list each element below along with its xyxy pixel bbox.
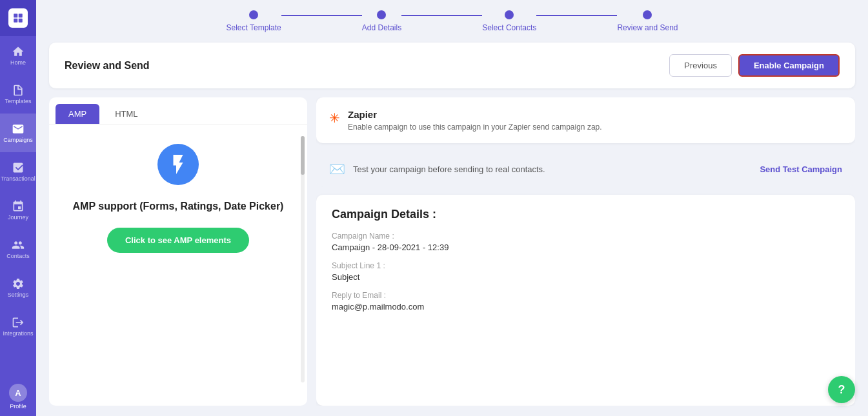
sidebar-label-templates: Templates	[5, 99, 31, 104]
left-panel: AMP HTML AMP support (Forms, Ratings, Da…	[49, 97, 307, 406]
zapier-icon: ✳	[329, 110, 340, 126]
svg-rect-2	[14, 19, 17, 23]
sidebar: Home Templates Campaigns Transactional J…	[0, 0, 36, 416]
step-add-details: Add Details	[362, 10, 401, 32]
sidebar-item-contacts[interactable]: Contacts	[0, 230, 36, 268]
stepper: Select Template Add Details Select Conta…	[49, 10, 855, 32]
step-line-1	[281, 15, 362, 16]
step-select-template: Select Template	[227, 10, 281, 32]
content-area: AMP HTML AMP support (Forms, Ratings, Da…	[49, 97, 855, 406]
sidebar-item-settings[interactable]: Settings	[0, 268, 36, 307]
step-label-3: Select Contacts	[482, 23, 536, 32]
scrollbar-thumb	[301, 136, 305, 175]
zapier-title: Zapier	[348, 109, 602, 120]
test-campaign-card: ✉️ Test your campaign before sending to …	[316, 151, 855, 187]
sidebar-item-home[interactable]: Home	[0, 36, 36, 75]
envelope-icon: ✉️	[329, 161, 345, 177]
campaign-details-card: Campaign Details : Campaign Name : Campa…	[316, 195, 855, 406]
amp-title: AMP support (Forms, Ratings, Date Picker…	[73, 201, 284, 212]
amp-elements-button[interactable]: Click to see AMP elements	[107, 228, 249, 253]
main-content: Select Template Add Details Select Conta…	[36, 0, 868, 416]
zapier-card: ✳ Zapier Enable campaign to use this cam…	[316, 97, 855, 143]
right-panel: ✳ Zapier Enable campaign to use this cam…	[316, 97, 855, 406]
reply-email-label: Reply to Email :	[332, 291, 840, 300]
campaign-name-label: Campaign Name :	[332, 232, 840, 241]
amp-panel-content: AMP support (Forms, Ratings, Date Picker…	[49, 124, 307, 406]
zapier-info: Zapier Enable campaign to use this campa…	[348, 109, 602, 132]
previous-button[interactable]: Previous	[669, 54, 732, 77]
sidebar-label-transactional: Transactional	[1, 176, 35, 182]
subject-line-value: Subject	[332, 272, 840, 282]
sidebar-avatar[interactable]: A Profile	[0, 377, 36, 416]
scrollbar[interactable]	[301, 136, 305, 382]
sidebar-logo[interactable]	[0, 0, 36, 36]
sidebar-label-contacts: Contacts	[6, 253, 30, 259]
logo-mark	[8, 8, 28, 28]
page-title: Review and Send	[65, 60, 150, 72]
enable-campaign-button[interactable]: Enable Campaign	[738, 54, 840, 77]
step-label-1: Select Template	[227, 23, 281, 32]
page-header-card: Review and Send Previous Enable Campaign	[49, 43, 855, 88]
amp-lightning-icon	[157, 144, 199, 185]
step-review-send: Review and Send	[617, 10, 678, 32]
svg-rect-3	[19, 19, 23, 23]
test-campaign-text: Test your campaign before sending to rea…	[353, 164, 545, 174]
sidebar-item-campaigns[interactable]: Campaigns	[0, 114, 36, 152]
reply-email-value: magic@p.mailmodo.com	[332, 302, 840, 312]
sidebar-label-campaigns: Campaigns	[3, 137, 33, 143]
step-line-3	[536, 15, 617, 16]
tab-bar: AMP HTML	[49, 97, 307, 124]
step-label-4: Review and Send	[617, 23, 678, 32]
step-circle-4	[643, 10, 652, 19]
sidebar-item-journey[interactable]: Journey	[0, 191, 36, 230]
svg-rect-0	[14, 14, 17, 17]
tab-html[interactable]: HTML	[102, 104, 150, 124]
test-card-left: ✉️ Test your campaign before sending to …	[329, 161, 545, 177]
step-circle-3	[505, 10, 514, 19]
campaign-name-value: Campaign - 28-09-2021 - 12:39	[332, 243, 840, 252]
sidebar-item-integrations[interactable]: Integrations	[0, 307, 36, 346]
subject-line-label: Subject Line 1 :	[332, 261, 840, 270]
campaign-details-title: Campaign Details :	[332, 208, 840, 221]
sidebar-item-templates[interactable]: Templates	[0, 75, 36, 114]
sidebar-label-settings: Settings	[8, 292, 29, 298]
sidebar-label-home: Home	[10, 60, 26, 66]
avatar-label: Profile	[10, 404, 26, 410]
page-actions: Previous Enable Campaign	[669, 54, 840, 77]
send-test-button[interactable]: Send Test Campaign	[760, 164, 842, 174]
sidebar-label-journey: Journey	[8, 215, 28, 221]
tab-amp[interactable]: AMP	[56, 104, 99, 124]
sidebar-item-transactional[interactable]: Transactional	[0, 152, 36, 191]
step-select-contacts: Select Contacts	[482, 10, 536, 32]
stepper-inner: Select Template Add Details Select Conta…	[227, 10, 678, 32]
step-circle-1	[249, 10, 258, 19]
step-line-2	[401, 15, 482, 16]
svg-rect-1	[19, 14, 23, 17]
sidebar-label-integrations: Integrations	[3, 331, 33, 337]
help-button[interactable]: ?	[828, 376, 855, 403]
step-circle-2	[377, 10, 386, 19]
avatar: A	[9, 384, 27, 402]
step-label-2: Add Details	[362, 23, 401, 32]
zapier-description: Enable campaign to use this campaign in …	[348, 123, 602, 132]
